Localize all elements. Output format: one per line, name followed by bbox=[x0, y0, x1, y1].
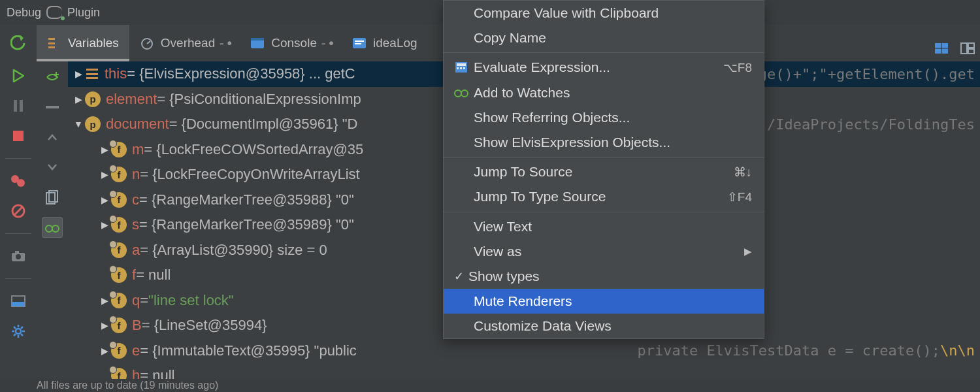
variable-value: = {RangeMarkerTree@35988} "0" bbox=[139, 191, 354, 208]
var-row-e[interactable]: ▶ f e = {ImmutableText@35995} "public pr… bbox=[68, 338, 980, 364]
field-icon: f bbox=[111, 267, 127, 283]
svg-rect-15 bbox=[13, 131, 24, 141]
menu-compare-clipboard[interactable]: Compare Value with Clipboard bbox=[444, 1, 764, 25]
variable-value: = {PsiConditionalExpressionImp bbox=[157, 91, 361, 108]
chevron-right-icon[interactable]: ▶ bbox=[72, 69, 85, 79]
tab-idealog[interactable]: ideaLog bbox=[342, 25, 428, 61]
mute-breakpoints-button[interactable] bbox=[9, 202, 27, 220]
menu-evaluate-expression[interactable]: Evaluate Expression...⌥F8 bbox=[444, 55, 764, 80]
move-up-button[interactable] bbox=[42, 127, 63, 148]
menu-add-to-watches[interactable]: Add to Watches bbox=[444, 80, 764, 105]
rerun-icon bbox=[10, 35, 26, 51]
new-watch-button[interactable] bbox=[42, 67, 63, 88]
variable-name: a bbox=[132, 242, 140, 259]
vars-mini-rail bbox=[37, 61, 68, 392]
field-icon: f bbox=[111, 217, 127, 233]
chevron-right-icon[interactable]: ▶ bbox=[98, 320, 111, 331]
pin-icon[interactable]: -• bbox=[319, 35, 331, 51]
rail-separator bbox=[5, 233, 31, 234]
chevron-right-icon[interactable]: ▶ bbox=[72, 94, 85, 105]
field-icon: f bbox=[111, 242, 127, 258]
variable-name: s bbox=[132, 216, 139, 233]
label: Jump To Source bbox=[474, 164, 734, 180]
object-icon bbox=[85, 67, 99, 81]
minus-icon bbox=[46, 105, 59, 109]
svg-rect-10 bbox=[961, 43, 967, 54]
glasses-icon bbox=[451, 88, 471, 98]
menu-jump-to-type-source[interactable]: Jump To Type Source⇧F4 bbox=[444, 184, 764, 209]
svg-point-25 bbox=[16, 329, 21, 334]
field-icon: f bbox=[111, 142, 127, 157]
variable-name: n bbox=[132, 166, 140, 183]
pause-button[interactable] bbox=[9, 97, 27, 115]
menu-show-referring[interactable]: Show Referring Objects... bbox=[444, 105, 764, 130]
variable-name: this bbox=[105, 65, 127, 82]
menu-customize-data-views[interactable]: Customize Data Views bbox=[444, 314, 764, 338]
breakpoints-icon bbox=[10, 174, 26, 188]
mute-bp-icon bbox=[11, 204, 25, 218]
pin-icon[interactable]: -• bbox=[218, 35, 229, 51]
plugin-label: Plugin bbox=[67, 6, 100, 20]
chevron-right-icon[interactable]: ▶ bbox=[98, 220, 111, 230]
rerun-button[interactable] bbox=[0, 25, 37, 61]
variable-value: = {ArrayList@35990} size = 0 bbox=[140, 242, 327, 259]
rail-separator bbox=[5, 158, 31, 159]
svg-rect-45 bbox=[460, 67, 462, 69]
menu-show-types[interactable]: ✓Show types bbox=[444, 264, 764, 289]
show-watches-button[interactable] bbox=[42, 217, 63, 238]
menu-copy-name[interactable]: Copy Name bbox=[444, 25, 764, 50]
menu-mute-renderers[interactable]: Mute Renderers bbox=[444, 289, 764, 314]
tab-overhead[interactable]: Overhead -• bbox=[129, 25, 240, 61]
tab-variables[interactable]: Variables bbox=[37, 25, 129, 61]
chevron-down-icon[interactable]: ▼ bbox=[72, 119, 85, 129]
move-down-button[interactable] bbox=[42, 157, 63, 178]
svg-rect-12 bbox=[968, 49, 974, 54]
svg-rect-11 bbox=[968, 43, 974, 48]
svg-rect-6 bbox=[355, 43, 361, 44]
tab-console[interactable]: Console -• bbox=[240, 25, 342, 61]
property-icon: p bbox=[85, 116, 101, 132]
svg-line-19 bbox=[14, 206, 23, 216]
chevron-right-icon[interactable]: ▶ bbox=[98, 169, 111, 180]
resume-button[interactable] bbox=[9, 67, 27, 85]
field-icon: f bbox=[111, 293, 127, 308]
variable-value: = {RangeMarkerTree@35989} "0" bbox=[139, 216, 354, 233]
menu-view-text[interactable]: View Text bbox=[444, 214, 764, 239]
stop-button[interactable] bbox=[9, 127, 27, 145]
svg-rect-22 bbox=[15, 251, 19, 253]
console-icon bbox=[250, 36, 265, 50]
svg-line-30 bbox=[14, 327, 16, 329]
inline-hint: nge()+";"+getElement().get bbox=[750, 66, 975, 82]
menu-separator bbox=[444, 212, 764, 212]
variable-string: "line set lock" bbox=[148, 292, 234, 309]
inline-hint: /IdeaProjects/FoldingTes bbox=[767, 116, 975, 133]
label: Copy Name bbox=[474, 30, 752, 46]
menu-show-elvis-objects[interactable]: Show ElvisExpression Objects... bbox=[444, 130, 764, 155]
svg-rect-24 bbox=[12, 302, 25, 306]
variable-name: m bbox=[132, 141, 144, 158]
svg-point-21 bbox=[16, 254, 21, 259]
svg-point-48 bbox=[461, 90, 468, 97]
settings-button[interactable] bbox=[9, 322, 27, 340]
layout-button[interactable] bbox=[9, 292, 27, 310]
variable-name: element bbox=[106, 91, 157, 108]
variable-value: = {LockFreeCOWSortedArray@35 bbox=[144, 141, 363, 158]
table-icon[interactable] bbox=[934, 42, 949, 55]
label: View Text bbox=[474, 219, 752, 235]
variable-name: B bbox=[132, 317, 142, 334]
variable-context-menu: Compare Value with Clipboard Copy Name E… bbox=[443, 0, 764, 339]
label: Show ElvisExpression Objects... bbox=[474, 135, 752, 150]
label: Console bbox=[271, 36, 317, 50]
label: Show types bbox=[468, 269, 752, 284]
menu-jump-to-source[interactable]: Jump To Source⌘↓ bbox=[444, 159, 764, 184]
svg-rect-14 bbox=[20, 100, 23, 112]
breakpoints-button[interactable] bbox=[9, 172, 27, 190]
menu-view-as[interactable]: View as▶ bbox=[444, 239, 764, 264]
camera-button[interactable] bbox=[9, 247, 27, 265]
shortcut: ⌘↓ bbox=[734, 165, 753, 180]
shortcut: ⌥F8 bbox=[723, 60, 752, 75]
variable-name: document bbox=[106, 116, 169, 133]
layout-icon[interactable] bbox=[960, 42, 975, 55]
remove-watch-button[interactable] bbox=[42, 97, 63, 118]
copy-watch-button[interactable] bbox=[42, 187, 63, 208]
